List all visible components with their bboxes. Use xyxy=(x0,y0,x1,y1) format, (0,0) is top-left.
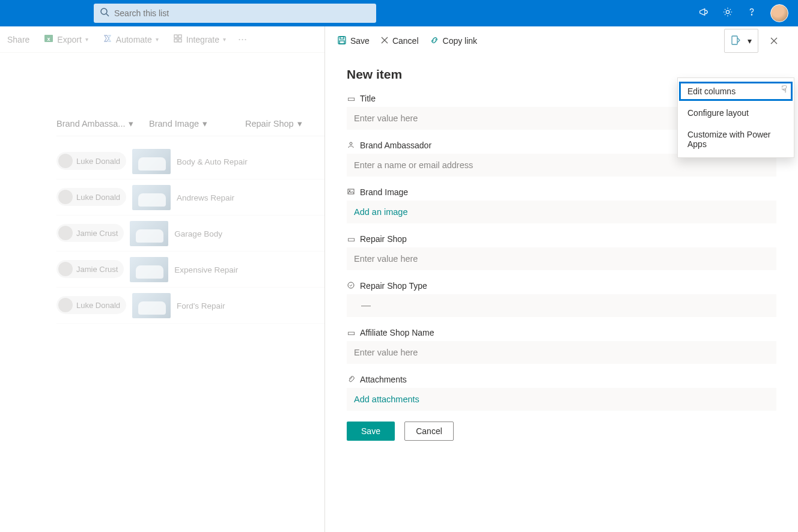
svg-point-0 xyxy=(101,8,107,14)
person-chip: Luke Donald xyxy=(56,188,126,206)
chevron-down-icon: ▾ xyxy=(297,119,302,128)
close-icon xyxy=(380,36,389,46)
repair-text: Expensive Repair xyxy=(174,265,238,274)
more-icon[interactable]: ··· xyxy=(233,33,252,46)
customize-dropdown: Edit columns Configure layout Customize … xyxy=(677,77,794,158)
attachment-icon xyxy=(347,375,355,384)
svg-line-1 xyxy=(106,14,109,16)
col-header-image[interactable]: Brand Image▾ xyxy=(149,119,239,128)
cancel-button[interactable]: Cancel xyxy=(404,422,454,441)
form-icon xyxy=(731,35,742,47)
svg-point-21 xyxy=(348,282,354,288)
image-thumbnail xyxy=(130,221,168,246)
field-label: Brand Ambassador xyxy=(360,141,431,150)
cancel-button[interactable]: Cancel xyxy=(380,36,419,46)
search-box[interactable] xyxy=(94,4,376,23)
svg-rect-15 xyxy=(732,36,737,44)
repair-text: Andrews Repair xyxy=(177,193,234,202)
person-chip: Jamie Crust xyxy=(56,224,124,242)
search-input[interactable] xyxy=(114,8,370,18)
customize-form-button[interactable]: ▾ xyxy=(724,29,758,53)
svg-rect-11 xyxy=(340,37,344,39)
megaphone-icon[interactable] xyxy=(698,7,709,20)
avatar[interactable] xyxy=(770,4,788,22)
svg-point-2 xyxy=(726,10,729,13)
menu-item-configure-layout[interactable]: Configure layout xyxy=(678,102,794,124)
image-thumbnail xyxy=(132,149,171,174)
image-thumbnail xyxy=(132,293,171,318)
chevron-down-icon: ▾ xyxy=(203,119,207,128)
field-repair-type: Repair Shop Type — xyxy=(347,281,776,317)
svg-point-18 xyxy=(350,142,352,145)
chevron-down-icon: ▾ xyxy=(748,36,752,46)
svg-text:x: x xyxy=(47,36,50,42)
choice-icon xyxy=(347,281,355,291)
text-icon: ▭ xyxy=(347,328,355,337)
automate-button[interactable]: Automate▾ xyxy=(96,30,166,49)
person-avatar-icon xyxy=(58,298,73,312)
svg-rect-9 xyxy=(178,39,181,42)
field-attachments: Attachments Add attachments xyxy=(347,375,776,411)
share-button[interactable]: Share xyxy=(0,31,37,48)
add-attachment-link[interactable]: Add attachments xyxy=(354,390,419,409)
svg-rect-7 xyxy=(178,35,181,38)
search-icon xyxy=(100,7,109,19)
repair-text: Body & Auto Repair xyxy=(177,157,248,166)
field-label: Affiliate Shop Name xyxy=(360,328,434,337)
field-label: Repair Shop Type xyxy=(360,281,427,291)
add-image-link[interactable]: Add an image xyxy=(354,202,407,222)
topbar-right xyxy=(698,4,788,22)
text-icon: ▭ xyxy=(347,94,355,103)
image-thumbnail xyxy=(132,185,171,210)
field-repair-shop: ▭Repair Shop xyxy=(347,234,776,270)
copy-link-button[interactable]: Copy link xyxy=(430,35,478,47)
gear-icon[interactable] xyxy=(722,7,733,20)
excel-icon: x xyxy=(44,34,53,45)
col-header-ambassador[interactable]: Brand Ambassa...▾ xyxy=(56,119,143,128)
panel-command-bar: Save Cancel Copy link ▾ xyxy=(325,26,798,55)
chevron-down-icon: ▾ xyxy=(129,119,133,128)
person-avatar-icon xyxy=(58,190,73,204)
chevron-down-icon: ▾ xyxy=(85,36,88,43)
svg-rect-6 xyxy=(174,35,177,38)
person-avatar-icon xyxy=(58,154,73,168)
export-button[interactable]: x Export▾ xyxy=(37,30,95,49)
link-icon xyxy=(430,35,439,47)
affiliate-input[interactable] xyxy=(347,341,776,364)
field-label: Attachments xyxy=(360,375,407,384)
repair-input[interactable] xyxy=(347,247,776,270)
grid-icon xyxy=(173,34,183,45)
image-icon xyxy=(347,187,355,197)
field-label: Title xyxy=(360,94,376,103)
save-button[interactable]: Save xyxy=(337,35,370,47)
person-chip: Jamie Crust xyxy=(56,260,124,278)
integrate-button[interactable]: Integrate▾ xyxy=(166,30,233,49)
image-thumbnail xyxy=(130,257,168,282)
svg-rect-12 xyxy=(340,41,344,44)
close-panel-button[interactable] xyxy=(762,29,786,53)
menu-item-powerapps[interactable]: Customize with Power Apps xyxy=(678,124,794,155)
chevron-down-icon: ▾ xyxy=(156,36,159,43)
svg-point-3 xyxy=(751,14,752,15)
person-chip: Luke Donald xyxy=(56,296,126,314)
menu-item-edit-columns[interactable]: Edit columns xyxy=(678,80,794,102)
chevron-down-icon: ▾ xyxy=(223,36,226,43)
svg-rect-8 xyxy=(174,39,177,42)
person-avatar-icon xyxy=(58,262,73,276)
new-item-panel: Save Cancel Copy link ▾ New item ▭Title xyxy=(324,26,798,532)
save-button[interactable]: Save xyxy=(347,422,395,441)
field-label: Repair Shop xyxy=(360,234,407,244)
field-affiliate: ▭Affiliate Shop Name xyxy=(347,328,776,364)
repair-type-select[interactable]: — xyxy=(347,294,776,317)
help-icon[interactable] xyxy=(746,7,757,20)
repair-text: Garage Body xyxy=(174,229,222,238)
save-icon xyxy=(337,35,347,47)
person-chip: Luke Donald xyxy=(56,152,126,170)
person-avatar-icon xyxy=(58,226,73,240)
person-icon xyxy=(347,141,355,150)
flow-icon xyxy=(103,34,112,45)
text-icon: ▭ xyxy=(347,234,355,244)
field-label: Brand Image xyxy=(360,187,408,197)
field-brand-image: Brand Image Add an image xyxy=(347,187,776,223)
repair-text: Ford's Repair xyxy=(177,301,225,310)
